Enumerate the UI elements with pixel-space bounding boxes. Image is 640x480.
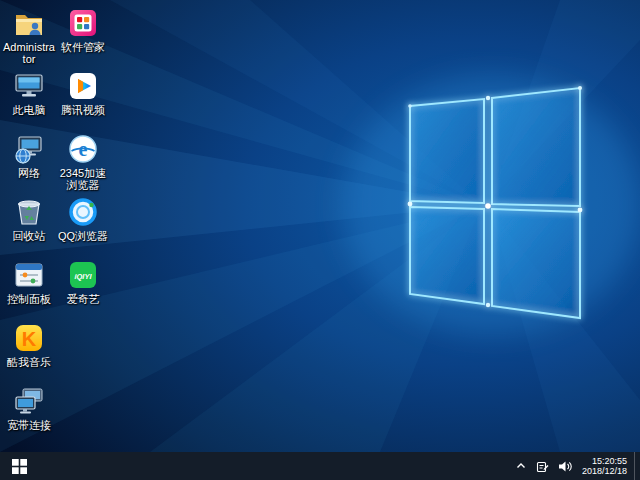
desktop-icon-label: 软件管家 [61, 41, 105, 53]
system-tray [508, 452, 578, 480]
taskbar-clock[interactable]: 15:20:55 2018/12/18 [578, 452, 634, 480]
network-icon [12, 132, 46, 166]
show-desktop-button[interactable] [634, 452, 640, 480]
desktop-icon-control-panel[interactable]: 控制面板 [2, 258, 56, 321]
iqiyi-icon: iQIYI [66, 258, 100, 292]
control-panel-icon [12, 258, 46, 292]
clock-date: 2018/12/18 [582, 466, 627, 476]
clock-time: 15:20:55 [582, 456, 627, 466]
this-pc-icon [12, 69, 46, 103]
tencent-video-icon [66, 69, 100, 103]
kuwo-music-icon: K [12, 321, 46, 355]
desktop-icon-tencent-video[interactable]: 腾讯视频 [56, 69, 110, 132]
windows-logo-icon [12, 459, 27, 474]
desktop-icon-label: 控制面板 [7, 293, 51, 305]
2345-browser-icon: e [66, 132, 100, 166]
taskbar: 15:20:55 2018/12/18 [0, 452, 640, 480]
desktop-icon-software-manager[interactable]: 软件管家 [56, 6, 110, 69]
software-manager-icon [66, 6, 100, 40]
start-button[interactable] [0, 452, 38, 480]
desktop-icon-label: 回收站 [13, 230, 46, 242]
desktop-icon-recycle-bin[interactable]: 回收站 [2, 195, 56, 258]
desktop-icon-administrator[interactable]: Administrator [2, 6, 56, 69]
desktop-icon-label: 网络 [18, 167, 40, 179]
desktop-icon-label: 2345加速浏览器 [56, 167, 110, 191]
volume-icon[interactable] [558, 458, 572, 474]
desktop-icon-qq-browser[interactable]: QQ浏览器 [56, 195, 110, 258]
svg-text:K: K [22, 328, 37, 350]
svg-text:iQIYI: iQIYI [74, 272, 92, 281]
desktop[interactable]: Administrator 此电脑 [0, 0, 640, 452]
desktop-icon-broadband-connection[interactable]: 宽带连接 [2, 384, 56, 447]
desktop-icon-iqiyi[interactable]: iQIYI 爱奇艺 [56, 258, 110, 321]
desktop-icon-label: 宽带连接 [7, 419, 51, 431]
desktop-icon-label: 爱奇艺 [67, 293, 100, 305]
broadband-connection-icon [12, 384, 46, 418]
desktop-icon-label: 腾讯视频 [61, 104, 105, 116]
chevron-up-icon[interactable] [514, 458, 528, 474]
desktop-icon-column-2: 软件管家 腾讯视频 [56, 6, 110, 321]
desktop-icon-2345-browser[interactable]: e 2345加速浏览器 [56, 132, 110, 195]
desktop-icon-label: QQ浏览器 [58, 230, 108, 242]
qq-browser-icon [66, 195, 100, 229]
recycle-bin-icon [12, 195, 46, 229]
taskbar-empty-area[interactable] [38, 452, 508, 480]
desktop-icon-label: 此电脑 [13, 104, 46, 116]
pen-icon[interactable] [536, 458, 550, 474]
desktop-icon-label: 酷我音乐 [7, 356, 51, 368]
desktop-icon-label: Administrator [2, 41, 56, 65]
administrator-icon [12, 6, 46, 40]
desktop-icon-network[interactable]: 网络 [2, 132, 56, 195]
desktop-icon-kuwo-music[interactable]: K 酷我音乐 [2, 321, 56, 384]
desktop-icon-this-pc[interactable]: 此电脑 [2, 69, 56, 132]
desktop-icon-column-1: Administrator 此电脑 [2, 6, 56, 447]
